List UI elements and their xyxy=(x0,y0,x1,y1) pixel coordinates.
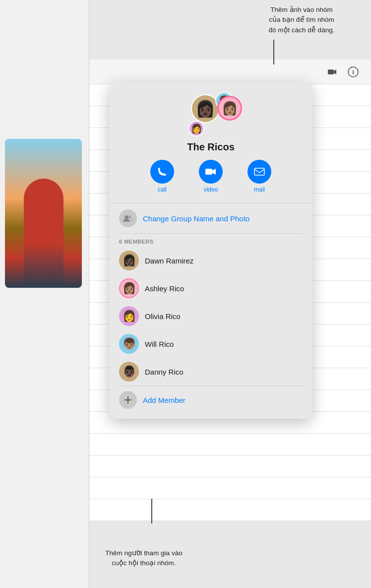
action-buttons-row: call video mail xyxy=(109,160,312,193)
call-button-wrap[interactable]: call xyxy=(150,160,174,193)
mail-button-circle xyxy=(247,160,271,184)
member-row-will[interactable]: 👦🏽 Will Rico xyxy=(109,330,312,358)
bg-line-18 xyxy=(89,456,371,477)
avatar-olivia-rico: 👩 xyxy=(119,306,139,326)
callout-line-top xyxy=(273,40,274,65)
svg-rect-3 xyxy=(205,169,212,175)
callout-top: Thêm ảnh vào nhóm của bạn để tìm nhóm đó… xyxy=(247,0,356,35)
avatar-ashley-rico: 👩🏽 xyxy=(119,278,139,298)
add-member-icon xyxy=(119,391,137,409)
member-name-olivia: Olivia Rico xyxy=(145,312,181,321)
avatar-olivia: 👩 xyxy=(188,121,204,136)
callout-line-bottom xyxy=(151,499,152,523)
callout-bottom: Thêm người tham gia vào cuộc hội thoại n… xyxy=(94,548,193,569)
photo-figure xyxy=(24,179,63,288)
avatar-ashley-selected: 👩🏽 xyxy=(217,96,242,121)
member-name-ashley: Ashley Rico xyxy=(145,284,184,293)
call-button-label: call xyxy=(158,186,167,193)
info-button[interactable]: i xyxy=(345,64,361,80)
call-button-circle xyxy=(150,160,174,184)
change-group-label: Change Group Name and Photo xyxy=(143,214,249,223)
svg-text:i: i xyxy=(352,68,354,76)
group-name: The Ricos xyxy=(109,141,312,153)
bg-line-19 xyxy=(89,477,371,499)
left-panel xyxy=(0,0,89,588)
member-name-will: Will Rico xyxy=(145,340,174,348)
member-row-ashley[interactable]: 👩🏽 Ashley Rico xyxy=(109,274,312,302)
members-header: 6 MEMBERS xyxy=(109,234,312,247)
svg-point-5 xyxy=(124,215,128,219)
mail-button-wrap[interactable]: mail xyxy=(247,160,271,193)
bg-line-20 xyxy=(89,499,371,521)
avatar-dawn-ramirez: 👩🏿 xyxy=(119,251,139,270)
member-name-dawn: Dawn Ramirez xyxy=(145,257,193,265)
bg-line-17 xyxy=(89,434,371,456)
group-icon xyxy=(119,209,137,227)
svg-rect-4 xyxy=(254,168,264,175)
member-row-dawn[interactable]: 👩🏿 Dawn Ramirez xyxy=(109,247,312,274)
top-toolbar: i xyxy=(89,60,371,84)
member-name-danny: Danny Rico xyxy=(145,368,184,376)
contact-photo xyxy=(5,139,82,288)
svg-rect-0 xyxy=(328,69,334,74)
member-row-danny[interactable]: 👨🏿 Danny Rico xyxy=(109,358,312,386)
callout-top-text: Thêm ảnh vào nhóm của bạn để tìm nhóm đó… xyxy=(269,6,335,34)
add-member-row[interactable]: Add Member xyxy=(109,386,312,414)
group-avatar-area: 👩🏿 👦🏽 👩 👩🏽 xyxy=(109,92,312,136)
svg-point-6 xyxy=(128,215,131,218)
add-member-label: Add Member xyxy=(143,396,186,404)
change-group-row[interactable]: Change Group Name and Photo xyxy=(109,203,312,233)
avatar-danny-rico: 👨🏿 xyxy=(119,362,139,382)
video-button-circle xyxy=(199,160,223,184)
callout-bottom-text: Thêm người tham gia vào cuộc hội thoại n… xyxy=(105,549,182,567)
avatar-will-rico: 👦🏽 xyxy=(119,334,139,354)
member-row-olivia[interactable]: 👩 Olivia Rico xyxy=(109,302,312,330)
mail-button-label: mail xyxy=(254,186,265,193)
avatar-collage: 👩🏿 👦🏽 👩 👩🏽 xyxy=(188,92,233,136)
video-button-label: video xyxy=(204,186,218,193)
video-button-wrap[interactable]: video xyxy=(199,160,223,193)
video-call-button[interactable] xyxy=(324,64,340,80)
group-info-panel: 👩🏿 👦🏽 👩 👩🏽 The Ricos call vide xyxy=(109,82,312,419)
